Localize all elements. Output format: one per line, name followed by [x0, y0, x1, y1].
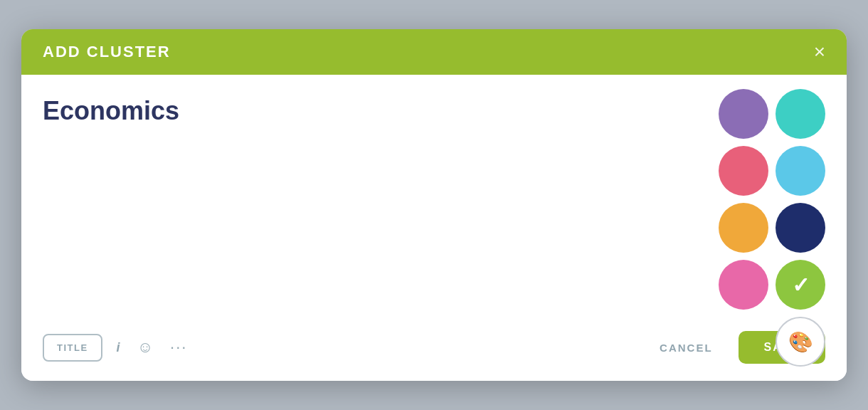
color-swatch-purple[interactable] — [719, 89, 768, 139]
color-swatch-navy[interactable] — [776, 203, 825, 253]
more-icon: ··· — [170, 338, 187, 357]
color-palette-button[interactable]: 🎨 — [776, 317, 825, 367]
bottom-toolbar: TITLE i ☺ ··· CANCEL SAVE — [43, 317, 825, 364]
color-swatch-sky[interactable] — [776, 146, 825, 196]
title-button[interactable]: TITLE — [43, 334, 102, 362]
italic-icon: i — [117, 340, 120, 355]
color-swatch-teal[interactable] — [776, 89, 825, 139]
color-swatch-lime[interactable] — [776, 260, 825, 310]
color-swatch-pink[interactable] — [719, 260, 768, 310]
add-cluster-modal: ADD CLUSTER × Economics — [21, 29, 847, 381]
modal-header: ADD CLUSTER × — [21, 29, 847, 75]
close-button[interactable]: × — [814, 42, 825, 62]
color-swatch-red[interactable] — [719, 146, 768, 196]
cluster-name: Economics — [43, 96, 825, 126]
modal-body: Economics 🎨 — [21, 75, 847, 381]
more-button[interactable]: ··· — [167, 335, 190, 359]
color-picker: 🎨 — [719, 89, 825, 367]
palette-icon: 🎨 — [788, 330, 813, 354]
emoji-button[interactable]: ☺ — [134, 335, 156, 359]
cancel-button[interactable]: CANCEL — [645, 333, 727, 362]
modal-overlay: ADD CLUSTER × Economics — [14, 13, 854, 397]
modal-title: ADD CLUSTER — [43, 43, 171, 61]
color-swatch-orange[interactable] — [719, 203, 768, 253]
italic-button[interactable]: i — [114, 337, 123, 358]
emoji-icon: ☺ — [137, 338, 153, 357]
